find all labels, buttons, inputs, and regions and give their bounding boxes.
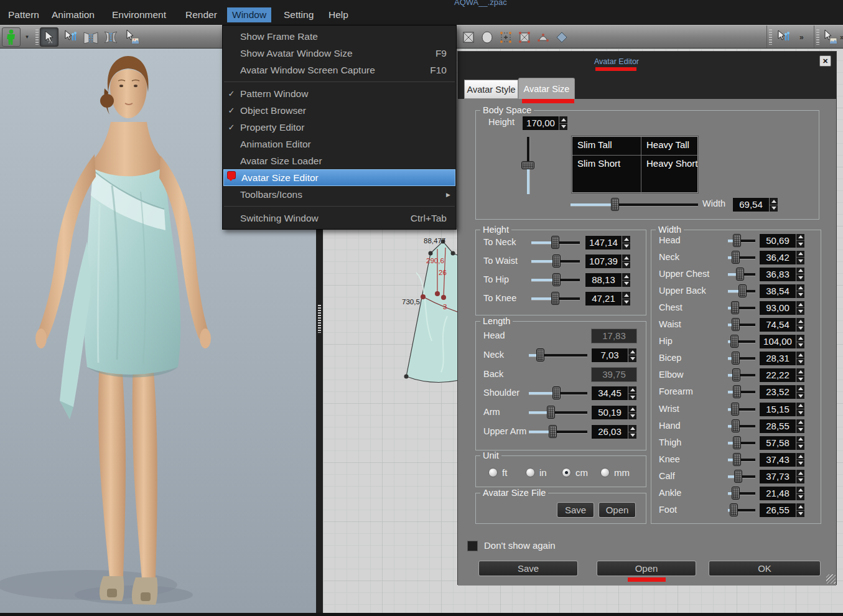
- spin-down-icon[interactable]: [628, 394, 636, 401]
- spinner-arrows[interactable]: [796, 402, 805, 417]
- slider-handle[interactable]: [732, 419, 740, 432]
- menu-item-avatar-size-editor[interactable]: Avatar Size Editor: [223, 169, 455, 186]
- width-slider-knee[interactable]: [728, 452, 755, 467]
- unit-radio-ft[interactable]: [488, 468, 498, 477]
- value-field[interactable]: 50,69: [759, 233, 796, 248]
- spin-down-icon[interactable]: [622, 281, 630, 287]
- height-slider-to-neck[interactable]: [531, 235, 580, 250]
- height-slider-to-knee[interactable]: [531, 291, 580, 306]
- width-slider-upper-back[interactable]: [728, 284, 755, 299]
- length-slider-arm[interactable]: [529, 405, 587, 420]
- value-field[interactable]: 170,00: [522, 116, 559, 131]
- spinner-arrows[interactable]: [796, 469, 805, 484]
- close-icon[interactable]: ✕: [819, 55, 831, 67]
- slider-handle[interactable]: [734, 470, 742, 483]
- spinner-arrows[interactable]: [796, 385, 805, 399]
- spin-up-icon[interactable]: [796, 352, 804, 359]
- width-slider-chest[interactable]: [728, 301, 755, 315]
- value-field[interactable]: 7,03: [591, 348, 628, 363]
- slider-handle[interactable]: [521, 161, 534, 169]
- menu-item-show-frame-rate[interactable]: Show Frame Rate: [223, 28, 456, 45]
- spin-down-icon[interactable]: [796, 443, 804, 450]
- slider-handle[interactable]: [547, 406, 555, 419]
- spin-up-icon[interactable]: [622, 273, 630, 281]
- length-slider-upper-arm[interactable]: [529, 424, 587, 439]
- spinner-arrows[interactable]: [796, 267, 805, 282]
- slider-handle[interactable]: [733, 385, 741, 398]
- slider-handle[interactable]: [732, 352, 740, 365]
- tab-avatar-style[interactable]: Avatar Style: [464, 80, 518, 99]
- value-field[interactable]: 37,43: [759, 452, 796, 467]
- value-field[interactable]: 28,31: [759, 351, 796, 366]
- spin-down-icon[interactable]: [796, 460, 804, 467]
- slider-handle[interactable]: [549, 425, 557, 438]
- slider-handle[interactable]: [730, 335, 738, 348]
- spinner-arrows[interactable]: [796, 503, 805, 518]
- spin-up-icon[interactable]: [796, 284, 804, 292]
- menu-item-object-browser[interactable]: ✓Object Browser: [223, 102, 456, 119]
- spinner-arrows[interactable]: [796, 436, 805, 450]
- height-slider-to-hip[interactable]: [531, 273, 580, 287]
- width-slider-head[interactable]: [728, 233, 755, 248]
- menu-animation[interactable]: Animation: [47, 7, 100, 22]
- width-slider-hip[interactable]: [728, 334, 755, 349]
- resize-grip-icon[interactable]: [826, 574, 836, 584]
- value-field[interactable]: 74,54: [759, 317, 796, 332]
- menu-item-animation-editor[interactable]: Animation Editor: [223, 136, 456, 152]
- menu-item-avatar-size-loader[interactable]: Avatar Size Loader: [223, 152, 456, 169]
- spinner-arrows[interactable]: [622, 273, 631, 287]
- slider-handle[interactable]: [731, 403, 739, 416]
- spin-up-icon[interactable]: [796, 385, 804, 393]
- spin-down-icon[interactable]: [622, 299, 630, 306]
- spin-down-icon[interactable]: [559, 124, 567, 131]
- slider-handle[interactable]: [536, 348, 544, 362]
- slider-handle[interactable]: [736, 268, 744, 281]
- spin-up-icon[interactable]: [628, 386, 636, 394]
- spin-down-icon[interactable]: [796, 359, 804, 366]
- height-slider-to-waist[interactable]: [531, 254, 580, 269]
- value-field[interactable]: 36,42: [759, 250, 796, 265]
- spin-up-icon[interactable]: [628, 348, 636, 356]
- spin-down-icon[interactable]: [796, 308, 804, 315]
- spinner-arrows[interactable]: [796, 419, 805, 434]
- spin-up-icon[interactable]: [628, 406, 636, 413]
- spin-down-icon[interactable]: [796, 477, 804, 483]
- ellipse-tool-button[interactable]: [478, 27, 496, 47]
- value-field[interactable]: 88,13: [585, 273, 622, 287]
- spinner-arrows[interactable]: [796, 351, 805, 366]
- menu-item-toolbars-icons[interactable]: Toolbars/Icons▶: [223, 186, 456, 203]
- spinner-arrows[interactable]: [622, 254, 631, 269]
- spin-down-icon[interactable]: [622, 243, 630, 250]
- spinner-arrows[interactable]: [796, 301, 805, 315]
- spin-up-icon[interactable]: [796, 318, 804, 325]
- value-field[interactable]: 22,22: [759, 368, 796, 383]
- value-field[interactable]: 57,58: [759, 436, 796, 450]
- slider-handle[interactable]: [611, 198, 619, 211]
- menu-help[interactable]: Help: [324, 7, 353, 22]
- spin-up-icon[interactable]: [796, 251, 804, 258]
- spinner-arrows[interactable]: [628, 386, 637, 401]
- spin-up-icon[interactable]: [796, 419, 804, 427]
- spin-down-icon[interactable]: [796, 376, 804, 383]
- texture-tool-button[interactable]: [123, 27, 141, 47]
- spin-up-icon[interactable]: [796, 335, 804, 342]
- spinner-arrows[interactable]: [770, 197, 778, 212]
- slider-handle[interactable]: [733, 453, 741, 466]
- unit-radio-mm[interactable]: [600, 468, 610, 477]
- footer-save-button[interactable]: Save: [478, 561, 578, 576]
- spinner-arrows[interactable]: [796, 317, 805, 332]
- spin-up-icon[interactable]: [559, 116, 567, 124]
- body-type-heavy-short[interactable]: Heavy Short: [641, 156, 699, 194]
- avatar-size-file-open-button[interactable]: Open: [598, 502, 636, 518]
- slider-handle[interactable]: [551, 292, 559, 305]
- spinner-arrows[interactable]: [628, 348, 637, 363]
- body-height-slider[interactable]: [521, 137, 536, 194]
- spinner-arrows[interactable]: [796, 233, 805, 248]
- slider-handle[interactable]: [732, 487, 740, 500]
- spin-up-icon[interactable]: [622, 236, 630, 243]
- slider-handle[interactable]: [733, 436, 741, 449]
- spin-up-icon[interactable]: [796, 436, 804, 444]
- edit-pattern-tool-button[interactable]: [515, 27, 534, 47]
- width-slider-elbow[interactable]: [728, 368, 755, 383]
- width-slider-foot[interactable]: [728, 503, 755, 518]
